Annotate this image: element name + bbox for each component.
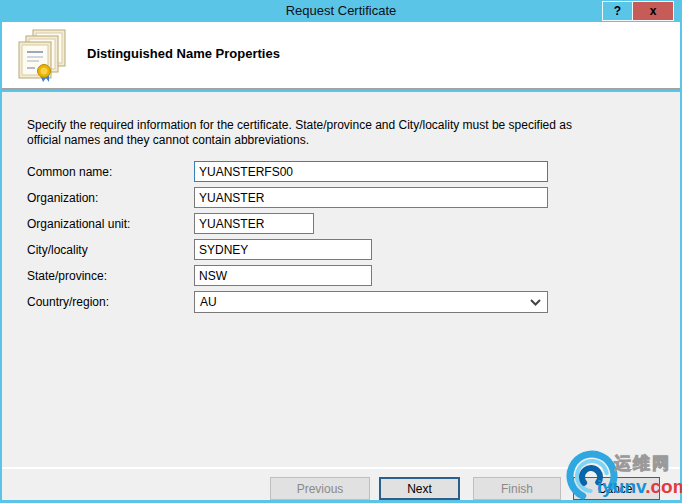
titlebar: Request Certificate ? x bbox=[0, 0, 682, 22]
form-row: State/province: bbox=[27, 265, 680, 286]
wizard-footer: Previous Next Finish Cancel bbox=[2, 467, 680, 500]
state-province-label: State/province: bbox=[27, 269, 194, 283]
close-button[interactable]: x bbox=[633, 2, 673, 20]
form-row: Common name: bbox=[27, 161, 680, 182]
help-button[interactable]: ? bbox=[603, 2, 633, 20]
form-row: Organization: bbox=[27, 187, 680, 208]
country-region-value: AU bbox=[200, 295, 217, 309]
organizational-unit-label: Organizational unit: bbox=[27, 217, 194, 231]
organization-input[interactable] bbox=[194, 187, 548, 208]
country-region-select[interactable]: AU bbox=[194, 291, 548, 313]
window-title: Request Certificate bbox=[286, 0, 397, 22]
instruction-text: Specify the required information for the… bbox=[27, 118, 589, 148]
titlebar-buttons: ? x bbox=[602, 1, 674, 21]
form-row: Country/region: AU bbox=[27, 291, 680, 312]
common-name-input[interactable] bbox=[194, 161, 548, 182]
cancel-button[interactable]: Cancel bbox=[573, 477, 660, 500]
form-row: Organizational unit: bbox=[27, 213, 680, 234]
request-certificate-dialog: Request Certificate ? x bbox=[0, 0, 682, 503]
common-name-label: Common name: bbox=[27, 165, 194, 179]
finish-button[interactable]: Finish bbox=[473, 477, 561, 500]
city-locality-input[interactable] bbox=[194, 239, 372, 260]
chevron-down-icon bbox=[530, 295, 541, 309]
wizard-header: Distinguished Name Properties bbox=[2, 22, 680, 90]
country-region-label: Country/region: bbox=[27, 295, 194, 309]
next-button[interactable]: Next bbox=[379, 477, 460, 500]
previous-button[interactable]: Previous bbox=[270, 477, 370, 500]
organizational-unit-input[interactable] bbox=[194, 213, 314, 234]
page-title: Distinguished Name Properties bbox=[87, 46, 280, 61]
certificates-icon bbox=[15, 28, 67, 88]
state-province-input[interactable] bbox=[194, 265, 372, 286]
organization-label: Organization: bbox=[27, 191, 194, 205]
wizard-content: Specify the required information for the… bbox=[2, 92, 680, 467]
form-row: City/locality bbox=[27, 239, 680, 260]
distinguished-name-form: Common name: Organization: Organizationa… bbox=[27, 161, 680, 312]
city-locality-label: City/locality bbox=[27, 243, 194, 257]
